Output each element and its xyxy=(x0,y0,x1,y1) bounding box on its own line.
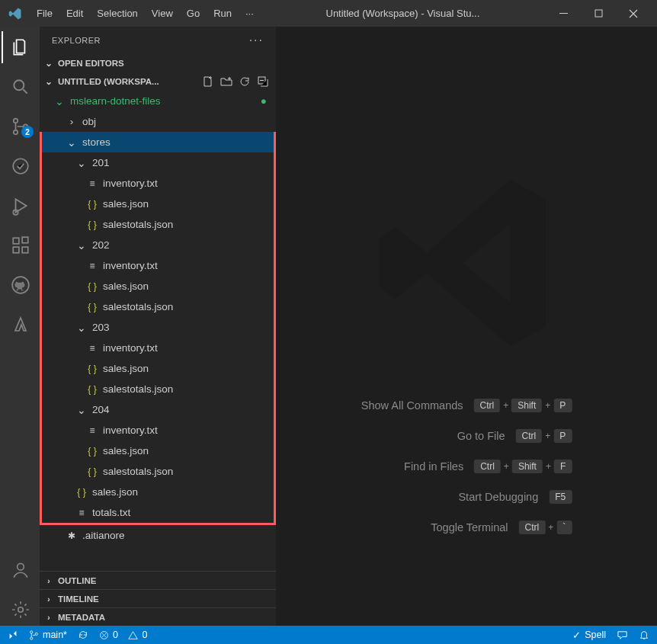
menu-overflow[interactable]: ··· xyxy=(239,5,260,21)
status-problems[interactable]: 0 0 xyxy=(99,630,147,640)
status-feedback-icon[interactable] xyxy=(617,630,628,641)
github-icon[interactable] xyxy=(2,269,38,301)
new-file-icon[interactable] xyxy=(201,75,215,88)
tree-folder[interactable]: ⌄204 xyxy=(42,399,274,420)
status-branch[interactable]: main* xyxy=(29,630,67,640)
refresh-icon[interactable] xyxy=(238,75,252,88)
tree-file[interactable]: { }salestotals.json xyxy=(42,461,274,482)
tree-file[interactable]: ≡inventory.txt xyxy=(42,255,274,276)
json-icon: { } xyxy=(86,466,98,477)
metadata-section[interactable]: ›METADATA xyxy=(40,607,276,626)
tree-file[interactable]: { }sales.json xyxy=(42,276,274,296)
collapse-all-icon[interactable] xyxy=(256,75,270,88)
svg-point-13 xyxy=(18,563,24,570)
tree-file[interactable]: { }salestotals.json xyxy=(42,379,274,399)
status-sync[interactable] xyxy=(78,630,88,640)
chevron-down-icon: ⌄ xyxy=(75,322,88,334)
extensions-icon[interactable] xyxy=(2,229,38,261)
settings-gear-icon[interactable] xyxy=(2,594,38,626)
tree-file[interactable]: { }salestotals.json xyxy=(42,214,274,235)
key-ctrl: Ctrl xyxy=(519,521,546,534)
text-file-icon: ≡ xyxy=(86,261,98,271)
tree-folder-obj[interactable]: › obj xyxy=(40,111,276,132)
workspace-section[interactable]: ⌄ UNTITLED (WORKSPA... xyxy=(40,72,276,91)
menu-selection[interactable]: Selection xyxy=(91,5,143,21)
status-bar: main* 0 0 ✓ Spell xyxy=(0,626,657,644)
timeline-section[interactable]: ›TIMELINE xyxy=(40,589,276,607)
chevron-down-icon: ⌄ xyxy=(66,136,78,149)
key-shift: Shift xyxy=(512,460,543,473)
tree-file[interactable]: ✱.aitianore xyxy=(40,525,276,546)
tree-file[interactable]: { }sales.json xyxy=(42,358,274,379)
open-editors-section[interactable]: ⌄ OPEN EDITORS xyxy=(40,54,276,72)
key-shift: Shift xyxy=(511,399,542,412)
source-control-icon[interactable]: 2 xyxy=(2,111,38,143)
file-tree: ⌄ mslearn-dotnet-files ● › obj ⌄ stores … xyxy=(40,91,276,546)
svg-point-18 xyxy=(35,633,37,635)
minimize-button[interactable] xyxy=(546,0,581,27)
file-label: sales.json xyxy=(103,363,149,374)
file-label: inventory.txt xyxy=(103,342,158,354)
svg-rect-8 xyxy=(13,238,19,244)
tree-file[interactable]: { }sales.json xyxy=(42,482,274,502)
file-label: salestotals.json xyxy=(103,383,173,395)
tree-folder[interactable]: ⌄203 xyxy=(42,317,274,338)
explorer-title: EXPLORER xyxy=(52,36,101,45)
menu-edit[interactable]: Edit xyxy=(60,5,89,21)
tree-file[interactable]: ≡inventory.txt xyxy=(42,420,274,441)
file-label: salestotals.json xyxy=(103,466,173,477)
svg-point-17 xyxy=(30,636,33,639)
file-label: inventory.txt xyxy=(103,260,158,271)
file-label: .aitianore xyxy=(82,530,125,541)
file-label: sales.json xyxy=(103,198,149,210)
hint-go-to-file: Go to File xyxy=(457,430,505,442)
close-button[interactable] xyxy=(616,0,651,27)
key-p: P xyxy=(553,399,572,412)
menu-file[interactable]: File xyxy=(30,5,59,21)
chevron-right-icon: › xyxy=(43,613,55,622)
tree-file[interactable]: ≡inventory.txt xyxy=(42,173,274,194)
tree-folder[interactable]: ⌄201 xyxy=(42,152,274,173)
outline-section[interactable]: ›OUTLINE xyxy=(40,571,276,589)
chevron-down-icon: ⌄ xyxy=(53,95,66,107)
tree-file[interactable]: ≡inventory.txt xyxy=(42,338,274,358)
account-icon[interactable] xyxy=(2,554,38,586)
file-label: sales.json xyxy=(103,445,149,457)
chevron-right-icon: › xyxy=(66,116,78,127)
tree-file[interactable]: ≡totals.txt xyxy=(42,502,274,523)
status-spell[interactable]: ✓ Spell xyxy=(572,630,606,641)
menu-run[interactable]: Run xyxy=(207,5,238,21)
test-icon[interactable] xyxy=(2,150,38,182)
status-bell-icon[interactable] xyxy=(639,630,649,640)
file-label: sales.json xyxy=(103,280,149,292)
maximize-button[interactable] xyxy=(581,0,616,27)
sidebar-more-icon[interactable]: ··· xyxy=(249,34,264,47)
tree-file[interactable]: { }sales.json xyxy=(42,441,274,461)
folder-label: obj xyxy=(82,116,96,127)
chevron-down-icon: ⌄ xyxy=(75,404,88,416)
svg-rect-11 xyxy=(22,237,28,243)
tree-folder-root[interactable]: ⌄ mslearn-dotnet-files ● xyxy=(40,91,276,111)
tree-file[interactable]: { }salestotals.json xyxy=(42,296,274,317)
azure-icon[interactable] xyxy=(2,309,38,341)
svg-point-14 xyxy=(18,607,24,613)
file-label: inventory.txt xyxy=(103,178,158,189)
json-icon: { } xyxy=(86,446,98,457)
run-debug-icon[interactable] xyxy=(2,190,38,222)
sidebar-header: EXPLORER ··· xyxy=(40,27,276,54)
folder-label: mslearn-dotnet-files xyxy=(70,95,161,107)
tree-file[interactable]: { }sales.json xyxy=(42,194,274,214)
menu-view[interactable]: View xyxy=(146,5,179,21)
search-icon[interactable] xyxy=(2,71,38,103)
key-f: F xyxy=(554,460,572,473)
workspace-actions xyxy=(201,75,276,88)
window-controls xyxy=(546,0,651,27)
tree-folder[interactable]: ⌄202 xyxy=(42,235,274,255)
explorer-icon[interactable] xyxy=(2,31,38,63)
new-folder-icon[interactable] xyxy=(220,75,233,88)
json-icon: { } xyxy=(86,302,98,312)
menu-go[interactable]: Go xyxy=(181,5,206,21)
editor-area: Show All CommandsCtrl+Shift+P Go to File… xyxy=(276,27,657,626)
status-remote[interactable] xyxy=(8,630,18,640)
text-file-icon: ≡ xyxy=(75,508,88,518)
